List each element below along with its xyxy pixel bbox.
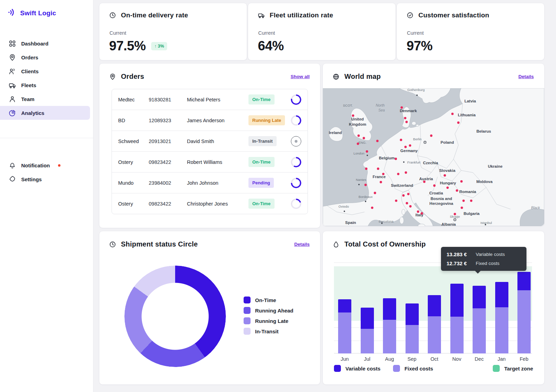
shipment-location-dot[interactable] — [423, 181, 426, 183]
shipment-location-dot[interactable] — [456, 189, 458, 192]
x-tick-sep: Sep — [402, 356, 422, 362]
shipment-location-dot[interactable] — [407, 193, 410, 195]
shipment-location-dot[interactable] — [404, 117, 407, 119]
shipment-location-dot[interactable] — [404, 146, 407, 148]
shipment-location-dot[interactable] — [470, 200, 473, 202]
shipment-location-dot[interactable] — [380, 181, 382, 183]
map-label-barcelona: Barcelona — [379, 219, 394, 223]
shipment-details-link[interactable]: Details — [294, 242, 310, 247]
bar-oct[interactable] — [428, 295, 441, 353]
sidebar-item-settings[interactable]: Settings — [0, 172, 90, 186]
bar-aug[interactable] — [383, 298, 396, 353]
shipment-location-dot[interactable] — [409, 144, 411, 147]
shipment-location-dot[interactable] — [402, 194, 405, 197]
sidebar-item-label: Analytics — [21, 110, 44, 116]
bar-nov[interactable] — [450, 284, 464, 353]
city-marker-dot — [344, 210, 345, 212]
bar-dec[interactable] — [473, 286, 486, 353]
shipment-location-dot[interactable] — [395, 200, 398, 202]
droplet-icon — [333, 241, 340, 248]
order-row[interactable]: Mundo23984002John JohnsonPending — [112, 172, 308, 193]
map-label-black: Black — [531, 206, 540, 210]
orders-show-all-link[interactable]: Show all — [291, 74, 310, 79]
shipment-location-dot[interactable] — [457, 122, 460, 124]
sidebar-item-notification[interactable]: Notification — [0, 158, 90, 172]
shipment-location-dot[interactable] — [358, 134, 360, 137]
order-row[interactable]: BD12089323James AndersonRunning Late — [112, 110, 308, 131]
shipment-location-dot[interactable] — [400, 139, 402, 141]
bar-sep[interactable] — [406, 303, 419, 353]
shipment-location-dot[interactable] — [365, 167, 368, 170]
order-contact-name: John Johnson — [187, 180, 248, 186]
order-id: 91830281 — [149, 97, 187, 102]
shipment-location-dot[interactable] — [397, 173, 400, 175]
sidebar-item-analytics[interactable]: Analytics — [0, 106, 90, 120]
shipment-location-dot[interactable] — [433, 184, 436, 187]
shipment-location-dot[interactable] — [374, 192, 376, 194]
shipment-location-dot[interactable] — [376, 140, 379, 142]
shipment-location-dot[interactable] — [417, 210, 419, 213]
notification-dot — [58, 164, 60, 167]
shipment-location-dot[interactable] — [461, 207, 463, 209]
fixed-costs-segment — [383, 320, 396, 353]
shipment-location-dot[interactable] — [421, 212, 423, 215]
shipment-location-dot[interactable] — [382, 173, 385, 175]
variable-costs-segment — [450, 284, 464, 317]
shipment-location-dot[interactable] — [454, 213, 456, 215]
shipment-location-dot[interactable] — [406, 121, 408, 123]
bar-jun[interactable] — [338, 299, 351, 353]
legend-swatch — [493, 365, 500, 372]
shipment-location-dot[interactable] — [371, 207, 374, 209]
shipment-location-dot[interactable] — [401, 106, 403, 109]
map-label-scot-: SCOT. — [343, 103, 353, 107]
shipment-location-dot[interactable] — [352, 115, 354, 117]
order-progress-ring — [291, 94, 301, 105]
sidebar-item-dashboard[interactable]: Dashboard — [0, 36, 90, 50]
legend-label: Running Ahead — [255, 308, 293, 314]
map-label-belgium: Belgium — [379, 156, 394, 160]
order-row[interactable]: Schweed20913021David SmithIn-Transit — [112, 131, 308, 151]
gear-icon — [9, 176, 16, 183]
shipment-location-dot[interactable] — [377, 167, 379, 170]
shipment-location-dot[interactable] — [395, 158, 397, 160]
order-row[interactable]: Ostery09823422Robert WilliamsOn-Time — [112, 151, 308, 172]
order-row[interactable]: Ostery09823422Christopher JonesOn-Time — [112, 193, 308, 214]
shipment-location-dot[interactable] — [447, 186, 449, 189]
sidebar-item-team[interactable]: Team — [0, 92, 90, 106]
shipment-location-dot[interactable] — [406, 202, 408, 205]
kpi-label: Current — [109, 30, 126, 36]
bar-jul[interactable] — [361, 308, 374, 353]
map-label-spain: Spain — [345, 220, 356, 225]
map-details-link[interactable]: Details — [518, 74, 534, 79]
bar-feb[interactable] — [517, 272, 531, 353]
shipment-status-card: Shipment status Circle Details On-TimeRu… — [99, 231, 320, 385]
map-label-denmark: Denmark — [400, 109, 417, 113]
x-tick-dec: Dec — [469, 356, 489, 362]
europe-map[interactable]: GothenburgSCOT.NorthSeaDenmarkLatviaLith… — [323, 88, 544, 226]
shipment-location-dot[interactable] — [365, 184, 367, 186]
shipment-location-dot[interactable] — [430, 134, 433, 137]
world-map-title: World map — [344, 73, 381, 81]
app-logo[interactable]: Swift Logic — [0, 0, 93, 18]
shipment-location-dot[interactable] — [363, 137, 365, 139]
shipment-location-dot[interactable] — [463, 200, 465, 202]
shipment-location-dot[interactable] — [366, 150, 368, 153]
map-label-kingdom: Kingdom — [349, 122, 366, 126]
shipment-location-dot[interactable] — [409, 205, 412, 208]
x-tick-feb: Feb — [514, 356, 534, 362]
pin-icon — [109, 73, 116, 80]
shipment-status-donut-chart[interactable] — [124, 266, 226, 367]
kpi-card-fleet-utilization-rate: Fleet utilization rateCurrent64% — [248, 3, 396, 60]
sidebar-item-fleets[interactable]: Fleets — [0, 78, 90, 92]
shipment-location-dot[interactable] — [451, 112, 454, 115]
order-row[interactable]: Medtec91830281Micheal PetersOn-Time — [112, 89, 308, 110]
shipment-location-dot[interactable] — [444, 174, 446, 177]
sidebar-item-orders[interactable]: Orders — [0, 50, 90, 64]
orders-title: Orders — [121, 73, 144, 81]
sidebar-item-clients[interactable]: Clients — [0, 64, 90, 78]
shipment-location-dot[interactable] — [405, 172, 407, 174]
shipment-location-dot[interactable] — [460, 180, 463, 183]
shipment-location-dot[interactable] — [357, 143, 359, 145]
bar-jan[interactable] — [495, 282, 508, 353]
variable-costs-segment — [406, 303, 419, 325]
